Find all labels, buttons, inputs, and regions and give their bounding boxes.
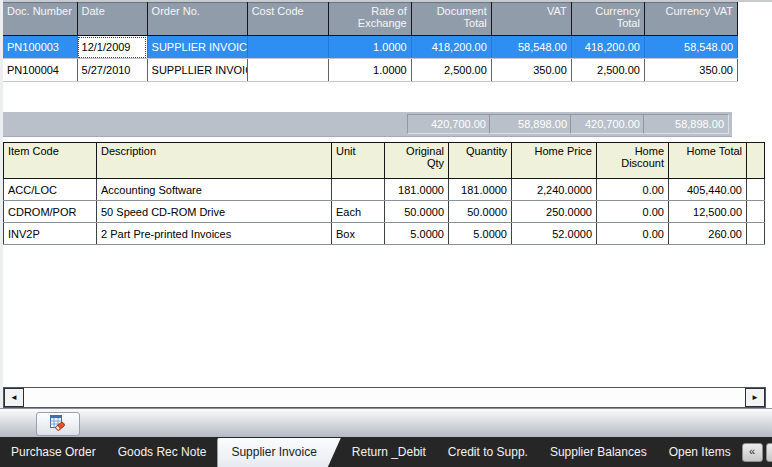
- grid-cell[interactable]: [247, 36, 328, 59]
- column-header-doc-number: Doc. Number: [3, 3, 77, 36]
- grid-cell[interactable]: 0.00: [597, 201, 669, 223]
- grid-cell[interactable]: 1.0000: [328, 36, 411, 59]
- column-header-item-code: Item Code: [4, 143, 97, 179]
- invoice-row-selected[interactable]: PN100003 12/1/2009 SUPPLIER INVOICE 1.00…: [3, 36, 738, 59]
- invoice-grid: Doc. Number Date Order No. Cost Code Rat…: [3, 2, 738, 82]
- total-document-total: 420,700.00: [407, 114, 491, 134]
- grid-cell[interactable]: 50.0000: [449, 201, 512, 223]
- column-header-home-discount: Home Discount: [597, 143, 669, 179]
- column-header-currency-vat: Currency VAT: [644, 3, 737, 36]
- total-currency-vat: 58,898.00: [643, 114, 729, 134]
- supplier-invoice-window: Doc. Number Date Order No. Cost Code Rat…: [0, 0, 772, 467]
- column-header-description: Description: [97, 143, 332, 179]
- grid-cell[interactable]: 418,200.00: [411, 36, 491, 59]
- column-header-original-qty: Original Qty: [385, 143, 449, 179]
- grid-cell[interactable]: 0.00: [597, 179, 669, 201]
- tab-nav-buttons: « » ⌄: [742, 443, 772, 462]
- chevron-left-icon: «: [749, 445, 755, 457]
- date-edit-cell[interactable]: 12/1/2009: [77, 36, 147, 59]
- grid-cell[interactable]: SUPPLLIER INVOIC: [147, 59, 247, 82]
- filler-cell: [747, 201, 765, 223]
- grid-cell[interactable]: 405,440.00: [669, 179, 747, 201]
- filler-cell: [747, 179, 765, 201]
- grid-cell[interactable]: INV2P: [4, 223, 97, 245]
- invoice-items-grid: Item Code Description Unit Original Qty …: [3, 142, 765, 245]
- grid-cell[interactable]: 181.0000: [449, 179, 512, 201]
- column-header-home-total: Home Total: [669, 143, 747, 179]
- grid-cell[interactable]: 58,548.00: [491, 36, 571, 59]
- tab-goods-rec-note[interactable]: Goods Rec Note: [107, 437, 218, 467]
- grid-cell[interactable]: 2,240.0000: [512, 179, 597, 201]
- grid-cell[interactable]: 350.00: [644, 59, 737, 82]
- grid-cell[interactable]: 12,500.00: [669, 201, 747, 223]
- totals-bar: 420,700.00 58,898.00 420,700.00 58,898.0…: [3, 112, 732, 137]
- filler-cell: [747, 223, 765, 245]
- scroll-left-icon: ◄: [10, 393, 18, 402]
- grid-cell[interactable]: 260.00: [669, 223, 747, 245]
- grid-cell[interactable]: Accounting Software: [97, 179, 332, 201]
- invoice-row[interactable]: PN100004 5/27/2010 SUPPLLIER INVOIC 1.00…: [3, 59, 738, 82]
- filler-column-header: [747, 143, 765, 179]
- column-header-date: Date: [77, 3, 147, 36]
- grid-cell[interactable]: 50 Speed CD-ROM Drive: [97, 201, 332, 223]
- total-currency-total: 420,700.00: [570, 114, 645, 134]
- tab-scroll-next-button[interactable]: »: [766, 443, 772, 462]
- grid-cell[interactable]: 2,500.00: [411, 59, 491, 82]
- grid-cell[interactable]: 52.0000: [512, 223, 597, 245]
- column-header-vat: VAT: [491, 3, 571, 36]
- tab-open-items[interactable]: Open Items: [658, 437, 742, 467]
- column-header-home-price: Home Price: [512, 143, 597, 179]
- tab-return-debit[interactable]: Return _Debit: [341, 437, 437, 467]
- grid-cell[interactable]: [332, 179, 385, 201]
- grid-cell[interactable]: 2 Part Pre-printed Invoices: [97, 223, 332, 245]
- column-header-unit: Unit: [332, 143, 385, 179]
- grid-cell[interactable]: 0.00: [597, 223, 669, 245]
- bottom-toolbar: [0, 408, 772, 437]
- grid-cell[interactable]: [247, 59, 328, 82]
- tab-credit-to-supp[interactable]: Credit to Supp.: [437, 437, 539, 467]
- grid-cell[interactable]: Box: [332, 223, 385, 245]
- item-row[interactable]: ACC/LOC Accounting Software 181.0000 181…: [4, 179, 765, 201]
- grid-cell[interactable]: PN100003: [3, 36, 77, 59]
- invoice-grid-header-row: Doc. Number Date Order No. Cost Code Rat…: [3, 3, 738, 36]
- tab-supplier-balances[interactable]: Supplier Balances: [539, 437, 658, 467]
- item-row[interactable]: INV2P 2 Part Pre-printed Invoices Box 5.…: [4, 223, 765, 245]
- grid-cell[interactable]: 350.00: [491, 59, 571, 82]
- grid-cell[interactable]: ACC/LOC: [4, 179, 97, 201]
- scroll-left-button[interactable]: ◄: [4, 388, 24, 407]
- tab-supplier-invoice[interactable]: Supplier Invoice: [217, 438, 340, 467]
- grid-export-button[interactable]: [36, 412, 80, 436]
- tab-scroll-prev-button[interactable]: «: [742, 443, 763, 462]
- scroll-right-icon: ►: [751, 393, 759, 402]
- grid-cell[interactable]: 181.0000: [385, 179, 449, 201]
- grid-cell[interactable]: 1.0000: [328, 59, 411, 82]
- scroll-right-button[interactable]: ►: [745, 388, 765, 407]
- spreadsheet-export-icon: [49, 414, 68, 435]
- column-header-order-no: Order No.: [147, 3, 247, 36]
- grid-cell[interactable]: 2,500.00: [571, 59, 644, 82]
- grid-cell[interactable]: 5.0000: [385, 223, 449, 245]
- grid-cell[interactable]: 5.0000: [449, 223, 512, 245]
- document-tab-bar: Purchase Order Goods Rec Note Supplier I…: [0, 437, 772, 467]
- grid-cell[interactable]: 58,548.00: [644, 36, 737, 59]
- grid-cell[interactable]: 250.0000: [512, 201, 597, 223]
- column-header-rate-of-exchange: Rate of Exchange: [328, 3, 411, 36]
- grid-cell[interactable]: 50.0000: [385, 201, 449, 223]
- grid-cell[interactable]: 5/27/2010: [77, 59, 147, 82]
- column-header-document-total: Document Total: [411, 3, 491, 36]
- grid-cell[interactable]: SUPPLIER INVOICE: [147, 36, 247, 59]
- tab-purchase-order[interactable]: Purchase Order: [0, 437, 107, 467]
- grid-cell[interactable]: PN100004: [3, 59, 77, 82]
- grid-cell[interactable]: 418,200.00: [571, 36, 644, 59]
- items-grid-header-row: Item Code Description Unit Original Qty …: [4, 143, 765, 179]
- grid-cell[interactable]: Each: [332, 201, 385, 223]
- column-header-currency-total: Currency Total: [571, 3, 644, 36]
- grid-cell[interactable]: CDROM/POR: [4, 201, 97, 223]
- column-header-quantity: Quantity: [449, 143, 512, 179]
- column-header-cost-code: Cost Code: [247, 3, 328, 36]
- item-row[interactable]: CDROM/POR 50 Speed CD-ROM Drive Each 50.…: [4, 201, 765, 223]
- total-vat: 58,898.00: [489, 114, 572, 134]
- horizontal-scrollbar[interactable]: ◄ ►: [3, 387, 766, 408]
